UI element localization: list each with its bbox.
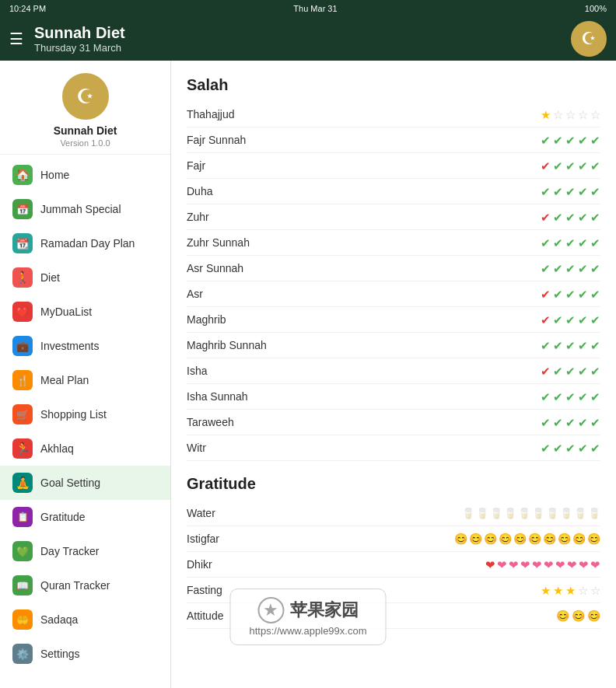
check-icon: ✔ (578, 237, 588, 249)
heart-icon: ❤ (544, 559, 554, 571)
header-logo: ☪ (571, 21, 607, 57)
check-icon: ✔ (541, 160, 551, 172)
goalsetting-icon: 🧘 (12, 473, 33, 493)
table-row: Isha Sunnah ✔ ✔ ✔ ✔ ✔ (187, 384, 600, 410)
check-icon: ✔ (553, 263, 563, 274)
sidebar-item-sadaqa[interactable]: 🤲 Sadaqa (0, 602, 170, 637)
attitude-icons: 😊 😊 😊 (556, 610, 600, 621)
smile-icon: 😊 (513, 533, 527, 544)
nav-label-akhlaq: Akhlaq (40, 442, 74, 455)
sidebar: ☪ Sunnah Diet Version 1.0.0 🏠 Home 📅 Jum… (0, 61, 171, 688)
sidebar-item-gratitude[interactable]: 📋 Gratitude (0, 500, 170, 534)
check-icon: ✔ (565, 134, 576, 146)
nav-label-diet: Diet (40, 271, 60, 284)
sidebar-item-home[interactable]: 🏠 Home (0, 158, 170, 192)
salah-label: Isha (187, 365, 541, 377)
check-icon: ✔ (541, 314, 551, 326)
check-icon: ✔ (541, 365, 551, 377)
fasting-icons: ★ ★ ★ ☆ ☆ (541, 585, 600, 596)
sidebar-item-quran[interactable]: 📖 Quran Tracker (0, 568, 170, 602)
smile-icon: 😊 (499, 533, 512, 544)
check-icon: ✔ (565, 288, 576, 300)
check-icon: ✔ (578, 417, 588, 428)
check-icon: ✔ (578, 288, 588, 300)
check-icon: ✔ (541, 237, 551, 249)
status-bar: 10:24 PM Thu Mar 31 100% (0, 0, 616, 17)
check-icon: ✔ (590, 442, 600, 454)
menu-icon[interactable]: ☰ (9, 30, 23, 48)
gratitude-section: Gratitude Water 🥛 🥛 🥛 🥛 🥛 🥛 🥛 🥛 🥛 🥛 (187, 475, 600, 629)
check-icon: ✔ (565, 417, 576, 428)
check-icon: ✔ (553, 186, 563, 197)
check-icon: ✔ (565, 211, 576, 223)
salah-icons: ✔ ✔ ✔ ✔ ✔ (541, 186, 600, 197)
sidebar-item-mealplan[interactable]: 🍴 Meal Plan (0, 363, 170, 397)
smile-icon: 😊 (587, 610, 600, 621)
sidebar-item-jummah[interactable]: 📅 Jummah Special (0, 192, 170, 226)
ramadan-icon: 📆 (12, 233, 33, 253)
table-row: Witr ✔ ✔ ✔ ✔ ✔ (187, 435, 600, 461)
table-row: Istigfar 😊 😊 😊 😊 😊 😊 😊 😊 😊 😊 (187, 526, 600, 552)
sidebar-item-diet[interactable]: 🚶 Diet (0, 260, 170, 295)
table-row: Asr Sunnah ✔ ✔ ✔ ✔ ✔ (187, 256, 600, 281)
star-icon: ☆ (590, 109, 600, 120)
check-icon: ✔ (578, 211, 588, 223)
table-row: Dhikr ❤ ❤ ❤ ❤ ❤ ❤ ❤ ❤ ❤ ❤ (187, 552, 600, 578)
check-icon: ✔ (590, 263, 600, 274)
sidebar-profile: ☪ Sunnah Diet Version 1.0.0 (0, 61, 170, 155)
cup-icon: 🥛 (532, 508, 544, 519)
nav-label-mydua: MyDuaList (40, 306, 92, 318)
sidebar-item-ramadan[interactable]: 📆 Ramadan Day Plan (0, 226, 170, 260)
salah-icons: ✔ ✔ ✔ ✔ ✔ (541, 134, 600, 146)
check-icon: ✔ (553, 340, 563, 351)
star-icon: ☆ (578, 109, 588, 120)
status-date: Thu Mar 31 (293, 4, 337, 13)
sidebar-item-investments[interactable]: 💼 Investments (0, 329, 170, 363)
check-icon: ✔ (565, 365, 576, 377)
check-icon: ✔ (541, 134, 551, 146)
salah-icons: ✔ ✔ ✔ ✔ ✔ (541, 211, 600, 223)
gratitude-label-water: Water (187, 507, 462, 519)
salah-label: Witr (187, 442, 541, 454)
salah-icons: ✔ ✔ ✔ ✔ ✔ (541, 237, 600, 249)
check-icon: ✔ (553, 160, 563, 172)
nav-label-ramadan: Ramadan Day Plan (40, 237, 135, 250)
check-icon: ✔ (553, 391, 563, 403)
salah-label: Fajr (187, 159, 541, 172)
table-row: Isha ✔ ✔ ✔ ✔ ✔ (187, 358, 600, 384)
diet-icon: 🚶 (12, 267, 33, 288)
gratitude-label-fasting: Fasting (187, 584, 541, 596)
smile-icon: 😊 (556, 610, 569, 621)
check-icon: ✔ (590, 134, 600, 146)
star-icon: ☆ (578, 585, 588, 596)
status-battery: 100% (585, 4, 607, 13)
sidebar-item-settings[interactable]: ⚙️ Settings (0, 637, 170, 671)
check-icon: ✔ (578, 391, 588, 403)
cup-icon: 🥛 (490, 508, 502, 519)
check-icon: ✔ (565, 160, 576, 172)
sidebar-item-akhlaq[interactable]: 🏃 Akhlaq (0, 431, 170, 466)
sidebar-item-shopping[interactable]: 🛒 Shopping List (0, 397, 170, 431)
table-row: Taraweeh ✔ ✔ ✔ ✔ ✔ (187, 410, 600, 435)
smile-icon: 😊 (572, 610, 585, 621)
nav-label-sadaqa: Sadaqa (40, 613, 78, 626)
sidebar-item-daytracker[interactable]: 💚 Day Tracker (0, 534, 170, 568)
star-icon: ★ (553, 585, 563, 596)
salah-title: Salah (187, 76, 600, 94)
quran-icon: 📖 (12, 575, 33, 595)
star-icon: ☆ (553, 109, 563, 120)
cup-icon: 🥛 (588, 508, 600, 519)
salah-icons: ✔ ✔ ✔ ✔ ✔ (541, 263, 600, 274)
check-icon: ✔ (565, 263, 576, 274)
salah-label: Isha Sunnah (187, 390, 541, 403)
daytracker-icon: 💚 (12, 541, 33, 561)
check-icon: ✔ (590, 365, 600, 377)
sidebar-item-mydua[interactable]: ❤️ MyDuaList (0, 295, 170, 329)
heart-icon: ❤ (532, 559, 542, 571)
dhikr-icons: ❤ ❤ ❤ ❤ ❤ ❤ ❤ ❤ ❤ ❤ (485, 559, 600, 571)
salah-label: Asr (187, 288, 541, 300)
gratitude-label-istigfar: Istigfar (187, 533, 454, 545)
sidebar-item-goalsetting[interactable]: 🧘 Goal Setting (0, 466, 170, 500)
check-icon: ✔ (590, 211, 600, 223)
smile-icon: 😊 (484, 533, 497, 544)
